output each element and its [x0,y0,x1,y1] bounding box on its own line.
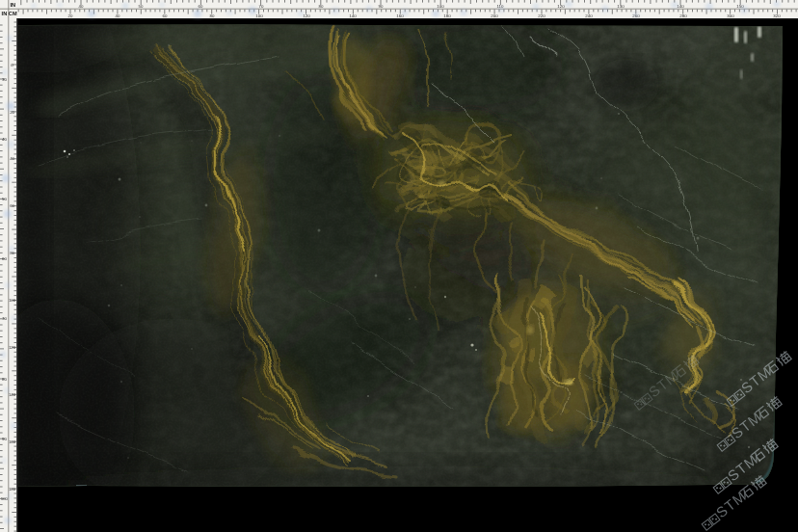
svg-text:CM: CM [9,11,17,16]
svg-text:80: 80 [210,13,215,18]
svg-text:320: 320 [773,13,781,18]
svg-text:140: 140 [677,4,684,9]
svg-text:60: 60 [163,13,168,18]
svg-text:240: 240 [585,13,593,18]
svg-text:100: 100 [255,13,263,18]
svg-text:140: 140 [9,392,16,397]
svg-text:160: 160 [9,439,16,444]
svg-text:70: 70 [2,316,7,321]
svg-text:100: 100 [437,4,444,9]
svg-text:130: 130 [617,4,625,9]
svg-text:80: 80 [2,377,7,382]
svg-text:100: 100 [9,298,16,303]
svg-text:180: 180 [443,13,451,18]
svg-text:300: 300 [727,13,734,18]
svg-text:40: 40 [2,137,7,142]
svg-text:60: 60 [199,4,203,9]
svg-text:60: 60 [10,203,14,208]
svg-text:90: 90 [2,437,7,441]
svg-text:140: 140 [349,13,357,18]
svg-text:180: 180 [9,487,16,492]
svg-text:80: 80 [10,251,14,255]
svg-text:50: 50 [139,4,144,9]
svg-text:200: 200 [491,13,498,18]
svg-text:120: 120 [303,13,310,18]
svg-text:20: 20 [10,110,14,115]
svg-text:120: 120 [9,345,16,350]
svg-text:IN: IN [10,2,15,8]
svg-text:70: 70 [259,4,264,9]
svg-text:80: 80 [319,4,324,9]
svg-text:40: 40 [116,13,120,18]
svg-text:40: 40 [79,4,84,9]
svg-text:90: 90 [379,4,384,9]
svg-text:120: 120 [557,4,565,9]
svg-text:30: 30 [2,77,7,82]
svg-text:50: 50 [2,197,7,201]
svg-text:280: 280 [679,13,687,18]
svg-text:20: 20 [68,13,73,18]
svg-text:60: 60 [2,256,7,261]
svg-text:220: 220 [538,13,545,18]
svg-text:100: 100 [1,496,9,501]
svg-text:40: 40 [10,156,14,161]
svg-text:IN: IN [2,11,8,16]
